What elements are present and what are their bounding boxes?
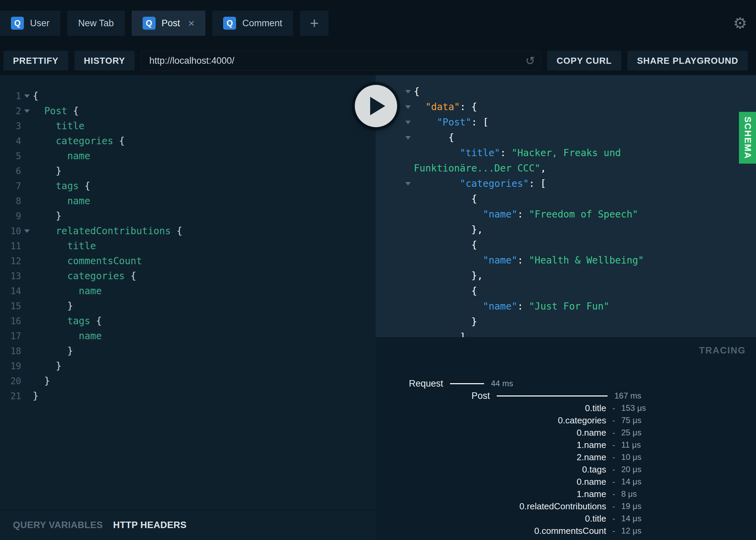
tracing-time: 167 ms (614, 391, 641, 401)
token (414, 178, 460, 189)
tab-user[interactable]: QUser (0, 11, 60, 36)
token: { (414, 239, 477, 251)
fold-chevron-down-icon[interactable] (405, 105, 411, 109)
result-viewer[interactable]: { "data": { "Post": [ { "title": "Hacker… (376, 75, 756, 337)
fold-chevron-down-icon[interactable] (405, 136, 411, 139)
token: } (33, 390, 39, 402)
token (414, 147, 460, 159)
token: "name" (483, 301, 517, 312)
query-line[interactable]: 18 } (0, 344, 376, 359)
code-text: title (33, 239, 96, 254)
result-line[interactable]: "title": "Hacker, Freaks und (376, 145, 756, 161)
history-button[interactable]: HISTORY (74, 51, 135, 71)
result-line[interactable]: { (376, 237, 756, 253)
query-line[interactable]: 4 categories { (0, 134, 376, 149)
query-line[interactable]: 9 } (0, 209, 376, 224)
fold-chevron-down-icon[interactable] (405, 182, 411, 185)
gutter (21, 104, 33, 119)
gutter (402, 176, 414, 191)
tracing-row: 1.name-8 μs (376, 488, 756, 500)
line-number: 21 (0, 389, 21, 404)
code-text: "data": { (414, 99, 477, 115)
query-line[interactable]: 12 commentsCount (0, 254, 376, 269)
gutter (402, 268, 414, 283)
result-line[interactable]: Funktionäre...Der CCC", (376, 161, 756, 176)
query-line[interactable]: 5 name (0, 149, 376, 164)
close-icon[interactable]: × (188, 18, 195, 29)
gutter (21, 269, 33, 284)
result-line[interactable]: { (376, 84, 756, 99)
query-line[interactable]: 15 } (0, 299, 376, 314)
result-line[interactable]: "name": "Health & Wellbeing" (376, 253, 756, 268)
tab-comment[interactable]: QComment (212, 11, 293, 36)
token: { (171, 225, 183, 237)
gutter (21, 149, 33, 164)
prettify-button[interactable]: PRETTIFY (3, 51, 68, 71)
query-editor[interactable]: 1{2 Post {3 title4 categories {5 name6 }… (0, 75, 376, 510)
result-line[interactable]: { (376, 130, 756, 145)
http-headers-tab[interactable]: HTTP HEADERS (113, 520, 187, 530)
code-text: "categories": [ (414, 176, 546, 191)
query-line[interactable]: 6 } (0, 164, 376, 179)
fold-chevron-down-icon[interactable] (24, 109, 30, 113)
gutter (21, 224, 33, 239)
query-line[interactable]: 14 name (0, 284, 376, 299)
query-line[interactable]: 13 categories { (0, 269, 376, 284)
result-line[interactable]: "Post": [ (376, 115, 756, 130)
query-line[interactable]: 17 name (0, 329, 376, 344)
endpoint-url-input[interactable] (141, 56, 541, 66)
query-badge-icon: Q (223, 17, 236, 30)
token: } (33, 165, 61, 177)
code-text: name (33, 149, 90, 164)
share-playground-button[interactable]: SHARE PLAYGROUND (627, 51, 748, 71)
fold-chevron-down-icon[interactable] (405, 90, 411, 93)
query-line[interactable]: 10 relatedContributions { (0, 224, 376, 239)
schema-side-tab[interactable]: SCHEMA (739, 112, 756, 164)
settings-gear-icon[interactable]: ⚙ (733, 14, 747, 32)
tracing-label: 0.categories (376, 415, 606, 426)
fold-chevron-down-icon[interactable] (24, 229, 30, 233)
code-text: }, (414, 222, 483, 237)
result-line[interactable]: { (376, 283, 756, 299)
result-line[interactable]: "data": { (376, 99, 756, 115)
token (33, 135, 56, 147)
fold-chevron-down-icon[interactable] (405, 121, 411, 124)
execute-query-button[interactable] (355, 85, 397, 127)
query-line[interactable]: 3 title (0, 119, 376, 134)
tab-label: Comment (242, 18, 282, 29)
query-line[interactable]: 2 Post { (0, 104, 376, 119)
tracing-bar (497, 395, 608, 396)
query-line[interactable]: 21} (0, 389, 376, 404)
tab-new-tab[interactable]: New Tab (67, 11, 125, 36)
fold-chevron-down-icon[interactable] (24, 94, 30, 98)
line-number: 3 (0, 119, 21, 134)
code-text: categories { (33, 134, 125, 149)
token: , (540, 163, 546, 174)
query-line[interactable]: 7 tags { (0, 179, 376, 194)
result-line[interactable]: } (376, 314, 756, 329)
query-line[interactable]: 11 title (0, 239, 376, 254)
query-line[interactable]: 8 name (0, 194, 376, 209)
query-line[interactable]: 16 tags { (0, 314, 376, 329)
query-variables-tab[interactable]: QUERY VARIABLES (13, 520, 103, 530)
token: categories (67, 270, 125, 282)
query-line[interactable]: 20 } (0, 374, 376, 389)
result-line[interactable]: }, (376, 222, 756, 237)
gutter (21, 119, 33, 134)
result-line[interactable]: "name": "Freedom of Speech" (376, 207, 756, 222)
copy-curl-button[interactable]: COPY CURL (547, 51, 622, 71)
result-line[interactable]: }, (376, 268, 756, 283)
gutter (402, 84, 414, 99)
result-line[interactable]: "categories": [ (376, 176, 756, 191)
query-line[interactable]: 1{ (0, 89, 376, 104)
reload-icon[interactable]: ↺ (525, 54, 535, 68)
token: name (67, 195, 90, 207)
query-line[interactable]: 19 } (0, 359, 376, 374)
new-tab-button[interactable]: + (300, 11, 329, 36)
tab-post[interactable]: QPost× (132, 11, 206, 36)
result-line[interactable]: "name": "Just For Fun" (376, 299, 756, 314)
result-line[interactable]: { (376, 191, 756, 207)
code-text: } (33, 164, 61, 179)
line-number: 16 (0, 314, 21, 329)
result-line[interactable]: ], (376, 329, 756, 337)
